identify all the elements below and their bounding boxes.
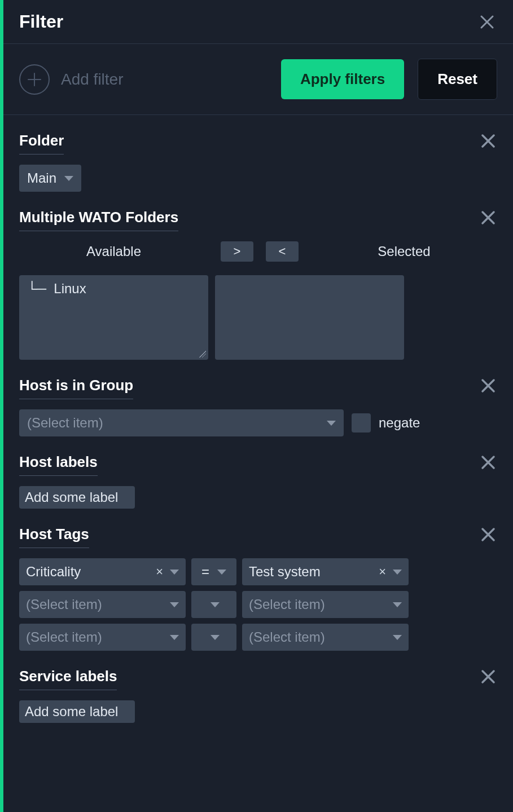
caret-down-icon: [393, 570, 402, 575]
service-labels-input[interactable]: Add some label: [19, 700, 135, 723]
move-right-button[interactable]: >: [221, 241, 253, 262]
section-title-host-group: Host is in Group: [19, 377, 133, 399]
caret-down-icon: [393, 602, 402, 607]
caret-down-icon: [64, 176, 73, 181]
section-title-host-labels: Host labels: [19, 453, 98, 476]
folder-select-value: Main: [27, 170, 56, 186]
caret-down-icon: [211, 635, 220, 640]
caret-down-icon: [393, 635, 402, 640]
tag-value-select[interactable]: (Select item): [242, 591, 409, 618]
section-host-group: Host is in Group (Select item) negate: [19, 377, 497, 436]
tag-value-select[interactable]: (Select item): [242, 624, 409, 651]
caret-down-icon: [170, 570, 179, 575]
tag-group-value: Criticality: [26, 564, 81, 580]
caret-down-icon: [211, 602, 220, 607]
host-group-placeholder: (Select item): [27, 415, 103, 431]
tag-value-select[interactable]: Test system ×: [242, 558, 409, 585]
selected-label: Selected: [311, 244, 497, 259]
close-icon[interactable]: [477, 12, 497, 32]
caret-down-icon: [327, 421, 336, 426]
remove-host-group-icon[interactable]: [479, 377, 497, 395]
available-label: Available: [19, 244, 208, 259]
folder-select[interactable]: Main: [19, 165, 81, 192]
filter-panel: Filter Add filter Apply filters Reset Fo…: [3, 0, 513, 812]
list-item[interactable]: └─ Linux: [27, 281, 200, 297]
section-host-tags: Host Tags Criticality × =: [19, 526, 497, 651]
negate-label: negate: [379, 415, 420, 431]
toolbar: Add filter Apply filters Reset: [3, 44, 513, 115]
tag-row: Criticality × = Test system ×: [19, 558, 497, 585]
move-left-button[interactable]: <: [266, 241, 299, 262]
apply-filters-button[interactable]: Apply filters: [281, 59, 404, 99]
tag-op-select[interactable]: [191, 624, 236, 651]
tag-op-select[interactable]: [191, 591, 236, 618]
section-folder: Folder Main: [19, 132, 497, 192]
host-group-select[interactable]: (Select item): [19, 409, 344, 436]
tag-op-select[interactable]: =: [191, 558, 236, 585]
tag-group-select[interactable]: Criticality ×: [19, 558, 186, 585]
clear-icon[interactable]: ×: [155, 564, 164, 579]
selected-listbox[interactable]: [215, 275, 404, 360]
tag-value-placeholder: (Select item): [249, 597, 325, 612]
add-filter-button[interactable]: Add filter: [19, 64, 124, 95]
add-filter-label: Add filter: [61, 70, 124, 89]
remove-multi-folders-icon[interactable]: [479, 209, 497, 227]
negate-checkbox[interactable]: [352, 413, 371, 433]
tag-value-value: Test system: [249, 564, 321, 580]
section-title-host-tags: Host Tags: [19, 526, 89, 548]
available-listbox[interactable]: └─ Linux: [19, 275, 208, 360]
host-labels-input[interactable]: Add some label: [19, 486, 135, 509]
section-title-multi-folders: Multiple WATO Folders: [19, 209, 178, 231]
section-host-labels: Host labels Add some label: [19, 453, 497, 509]
panel-title: Filter: [19, 11, 63, 32]
accent-bar: [0, 0, 3, 812]
tag-value-placeholder: (Select item): [249, 629, 325, 645]
tag-op-value: =: [201, 564, 209, 580]
remove-host-tags-icon[interactable]: [479, 526, 497, 544]
remove-service-labels-icon[interactable]: [479, 668, 497, 686]
caret-down-icon: [217, 570, 226, 575]
tag-group-placeholder: (Select item): [26, 597, 102, 612]
tag-row: (Select item) (Select item): [19, 624, 497, 651]
section-multi-folders: Multiple WATO Folders Available > < Sele…: [19, 209, 497, 360]
panel-content: Folder Main Multiple WATO Folders: [3, 115, 513, 740]
tag-group-select[interactable]: (Select item): [19, 591, 186, 618]
tag-row: (Select item) (Select item): [19, 591, 497, 618]
caret-down-icon: [170, 635, 179, 640]
remove-folder-icon[interactable]: [479, 132, 497, 150]
section-title-service-labels: Service labels: [19, 668, 117, 690]
section-title-folder: Folder: [19, 132, 64, 155]
panel-header: Filter: [3, 0, 513, 44]
plus-circle-icon: [19, 64, 50, 95]
tag-group-select[interactable]: (Select item): [19, 624, 186, 651]
caret-down-icon: [170, 602, 179, 607]
reset-button[interactable]: Reset: [418, 59, 497, 100]
clear-icon[interactable]: ×: [378, 564, 387, 579]
section-service-labels: Service labels Add some label: [19, 668, 497, 723]
tag-group-placeholder: (Select item): [26, 629, 102, 645]
remove-host-labels-icon[interactable]: [479, 453, 497, 471]
